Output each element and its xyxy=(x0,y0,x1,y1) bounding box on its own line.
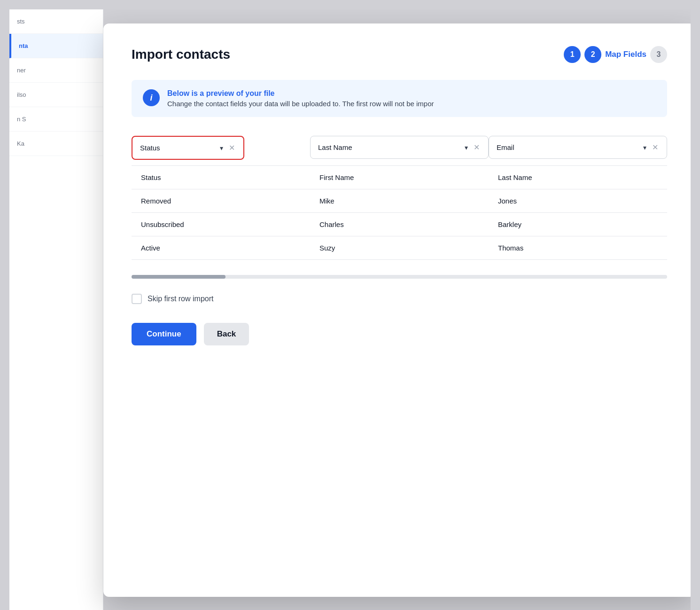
continue-button[interactable]: Continue xyxy=(132,323,196,345)
table-row-3: Active Suzy Thomas xyxy=(132,236,667,260)
sidebar-item-ka[interactable]: Ka xyxy=(9,132,103,156)
step-2-number: 2 xyxy=(591,50,595,59)
info-banner-title: Below is a preview of your file xyxy=(167,89,434,98)
row3-col1: Active xyxy=(132,236,310,260)
sidebar-item-nta[interactable]: nta xyxy=(9,34,103,58)
table-row-1: Removed Mike Jones xyxy=(132,189,667,213)
col-header-email: Email ▾ ✕ xyxy=(489,136,667,166)
status-close-icon[interactable]: ✕ xyxy=(228,142,236,153)
sidebar-item-sts[interactable]: sts xyxy=(9,9,103,34)
skip-import-checkbox[interactable] xyxy=(132,294,142,304)
row2-col2: Charles xyxy=(310,213,489,236)
row3-col2: Suzy xyxy=(310,236,489,260)
lastname-close-icon[interactable]: ✕ xyxy=(473,142,481,153)
steps-container: 1 2 Map Fields 3 xyxy=(564,46,667,63)
table-wrapper: Status ▾ ✕ Last Name xyxy=(132,136,667,260)
horizontal-scrollbar[interactable] xyxy=(132,275,667,279)
sidebar-item-ns[interactable]: n S xyxy=(9,107,103,132)
step-2-label: Map Fields xyxy=(605,50,646,59)
field-selector-status-name: Status xyxy=(140,144,160,152)
header-col1: Status xyxy=(132,166,310,189)
field-selector-lastname[interactable]: Last Name ▾ ✕ xyxy=(310,136,489,159)
status-chevron-icon: ▾ xyxy=(220,144,223,152)
step-3-number: 3 xyxy=(657,50,661,59)
step-1-circle: 1 xyxy=(564,46,581,63)
step-2-circle: 2 xyxy=(584,46,601,63)
info-banner: i Below is a preview of your file Change… xyxy=(132,80,667,117)
row2-col1: Unsubscribed xyxy=(132,213,310,236)
import-contacts-modal: Import contacts 1 2 Map Fields 3 i Below… xyxy=(103,23,691,597)
col-header-status: Status ▾ ✕ xyxy=(132,136,310,166)
row1-col3: Jones xyxy=(489,189,667,213)
sidebar-item-label: n S xyxy=(17,116,26,123)
sidebar-item-label: sts xyxy=(17,18,25,25)
modal-title: Import contacts xyxy=(132,47,230,62)
sidebar-item-label: ilso xyxy=(17,91,26,98)
field-selector-lastname-name: Last Name xyxy=(318,143,352,151)
action-buttons: Continue Back xyxy=(132,323,667,345)
col-headers-row: Status ▾ ✕ Last Name xyxy=(132,136,667,166)
step-1-number: 1 xyxy=(570,50,575,59)
field-selector-status-left: Status xyxy=(140,144,220,152)
row3-col3: Thomas xyxy=(489,236,667,260)
email-chevron-icon: ▾ xyxy=(643,144,646,151)
info-text-block: Below is a preview of your file Change t… xyxy=(167,89,434,108)
lastname-chevron-icon: ▾ xyxy=(465,144,468,151)
col-header-lastname: Last Name ▾ ✕ xyxy=(310,136,489,166)
field-map-table: Status ▾ ✕ Last Name xyxy=(132,136,667,260)
table-row-header: Status First Name Last Name xyxy=(132,166,667,189)
table-row-2: Unsubscribed Charles Barkley xyxy=(132,213,667,236)
field-selector-email-name: Email xyxy=(497,143,514,151)
info-banner-subtitle: Change the contact fields your data will… xyxy=(167,100,434,108)
sidebar: sts nta ner ilso n S Ka xyxy=(9,9,103,610)
modal-header: Import contacts 1 2 Map Fields 3 xyxy=(132,46,667,63)
sidebar-item-label: ner xyxy=(17,67,26,74)
field-selector-email-left: Email xyxy=(497,143,643,151)
row1-col2: Mike xyxy=(310,189,489,213)
row2-col3: Barkley xyxy=(489,213,667,236)
field-selector-email[interactable]: Email ▾ ✕ xyxy=(489,136,667,159)
page-wrapper: sts nta ner ilso n S Ka Import contacts … xyxy=(9,9,691,610)
sidebar-item-label: Ka xyxy=(17,140,24,147)
skip-import-label: Skip first row import xyxy=(148,295,213,303)
header-col3: Last Name xyxy=(489,166,667,189)
sidebar-item-ilso[interactable]: ilso xyxy=(9,83,103,107)
sidebar-item-label: nta xyxy=(19,42,28,49)
row1-col1: Removed xyxy=(132,189,310,213)
skip-import-checkbox-container[interactable]: Skip first row import xyxy=(132,294,213,304)
scroll-thumb[interactable] xyxy=(132,275,226,279)
header-col2: First Name xyxy=(310,166,489,189)
field-selector-status[interactable]: Status ▾ ✕ xyxy=(132,136,244,160)
info-icon: i xyxy=(143,89,160,106)
footer-row: Skip first row import xyxy=(132,294,667,304)
email-close-icon[interactable]: ✕ xyxy=(651,142,659,153)
back-button[interactable]: Back xyxy=(204,323,249,345)
sidebar-item-ner[interactable]: ner xyxy=(9,58,103,83)
step-3-circle: 3 xyxy=(650,46,667,63)
field-selector-lastname-left: Last Name xyxy=(318,143,465,151)
